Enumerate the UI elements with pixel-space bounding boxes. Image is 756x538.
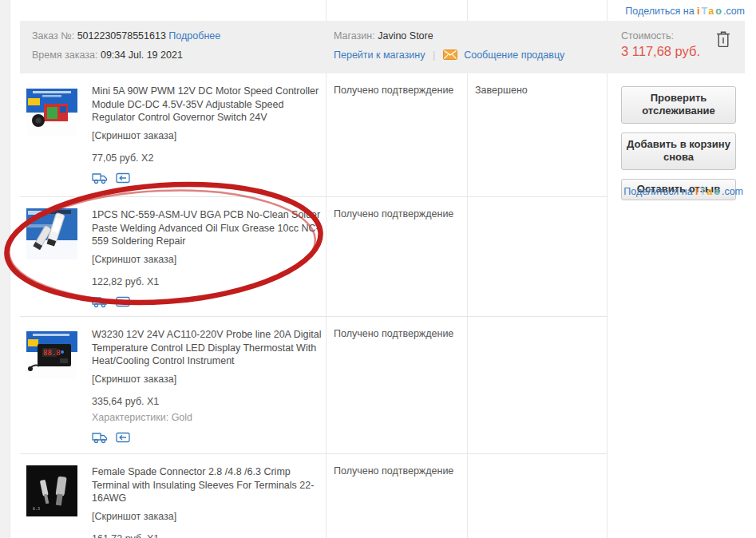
separator: | — [433, 49, 435, 61]
order-header: Заказ №: 5012230578551613 Подробнее Врем… — [20, 21, 745, 73]
product-title[interactable]: 1PCS NC-559-ASM-UV BGA PCB No-Clean Sold… — [92, 208, 323, 248]
itao-letter-o: o — [714, 186, 722, 197]
column-divider — [326, 0, 327, 21]
item-status-completed: Завершено — [475, 85, 601, 96]
envelope-icon — [443, 49, 457, 60]
itao-dotcom: .com — [723, 6, 745, 17]
return-arrow-icon[interactable] — [116, 172, 130, 184]
truck-icon[interactable] — [92, 295, 108, 308]
item-status: Получено подтверждение — [334, 85, 461, 96]
column-divider — [607, 0, 608, 21]
itao-letter-t: T — [700, 186, 707, 197]
product-price: 122,82 руб. X1 — [92, 276, 323, 287]
product-thumbnail[interactable]: 88.8 — [26, 328, 77, 379]
trash-icon[interactable] — [716, 31, 730, 48]
item-status: Получено подтверждение — [334, 208, 461, 220]
store-name: Javino Store — [378, 30, 433, 42]
order-details-link[interactable]: Подробнее — [168, 30, 220, 42]
check-tracking-button[interactable]: Проверить отслеживание — [621, 86, 736, 124]
product-title[interactable]: Female Spade Connector 2.8 /4.8 /6.3 Cri… — [92, 465, 323, 505]
page-left-gutter — [0, 0, 10, 538]
table-row: 88.8 W3230 12V 24V AC110-220V Probe line… — [20, 316, 607, 453]
item-status: Получено подтверждение — [334, 328, 461, 339]
itao-letter-a: a — [707, 186, 714, 197]
cost-label: Стоимость: — [621, 30, 674, 42]
itao-dotcom: .com — [722, 186, 743, 197]
order-number: 5012230578551613 — [77, 30, 166, 42]
share-itao-link-bottom[interactable]: Поделиться на iTao.com — [623, 186, 743, 197]
product-title[interactable]: W3230 12V 24V AC110-220V Probe line 20A … — [92, 328, 323, 368]
itao-letter-a: a — [708, 6, 715, 17]
table-row: Mini 5A 90W PWM 12V DC Motor Speed Contr… — [20, 73, 607, 196]
order-screenshot-link[interactable]: [Скриншот заказа] — [92, 130, 176, 141]
itao-letter-o: o — [715, 6, 723, 17]
truck-icon[interactable] — [92, 431, 108, 444]
order-items-table: Mini 5A 90W PWM 12V DC Motor Speed Contr… — [20, 73, 745, 538]
column-divider — [607, 73, 608, 538]
goto-store-link[interactable]: Перейти к магазину — [334, 49, 425, 61]
return-arrow-icon[interactable] — [116, 295, 130, 308]
order-screenshot-link[interactable]: [Скриншот заказа] — [92, 374, 176, 385]
attributes-value: Gold — [172, 412, 192, 423]
order-screenshot-link[interactable]: [Скриншот заказа] — [92, 254, 176, 265]
product-price: 335,64 руб. X1 — [92, 396, 323, 407]
product-thumbnail[interactable] — [26, 208, 77, 259]
table-row: 1PCS NC-559-ASM-UV BGA PCB No-Clean Sold… — [20, 196, 607, 316]
order-number-label: Заказ №: — [32, 30, 74, 42]
cost-value: 3 117,68 руб. — [621, 44, 700, 59]
message-seller-link[interactable]: Сообщение продавцу — [464, 49, 564, 61]
product-price: 77,05 руб. X2 — [92, 152, 323, 164]
product-thumbnail[interactable]: 6.3 — [26, 465, 77, 516]
attributes-label: Характеристики: — [92, 412, 168, 423]
column-divider — [467, 0, 468, 21]
table-row: 6.3 Female Spade Connector 2.8 /4.8 /6.3… — [20, 453, 607, 538]
itao-letter-t: T — [702, 6, 709, 17]
product-thumbnail[interactable] — [26, 85, 77, 136]
svg-text:6.3: 6.3 — [33, 506, 40, 511]
share-itao-link-top[interactable]: Поделиться на iTao.com — [625, 6, 745, 17]
order-time: 09:34 Jul. 19 2021 — [101, 49, 183, 61]
product-title[interactable]: Mini 5A 90W PWM 12V DC Motor Speed Contr… — [92, 85, 323, 125]
svg-text:88.8: 88.8 — [43, 349, 61, 357]
return-arrow-icon[interactable] — [116, 431, 130, 444]
add-to-cart-again-button[interactable]: Добавить в корзину снова — [621, 133, 736, 170]
truck-icon[interactable] — [92, 172, 108, 184]
store-label: Магазин: — [334, 30, 375, 42]
share-link-label[interactable]: Поделиться на — [625, 6, 694, 17]
item-status: Получено подтверждение — [334, 465, 461, 477]
product-price: 161,72 руб. X1 — [92, 533, 323, 538]
order-screenshot-link[interactable]: [Скриншот заказа] — [92, 511, 176, 522]
order-time-label: Время заказа: — [32, 49, 97, 61]
share-link-label[interactable]: Поделиться на — [623, 186, 692, 197]
